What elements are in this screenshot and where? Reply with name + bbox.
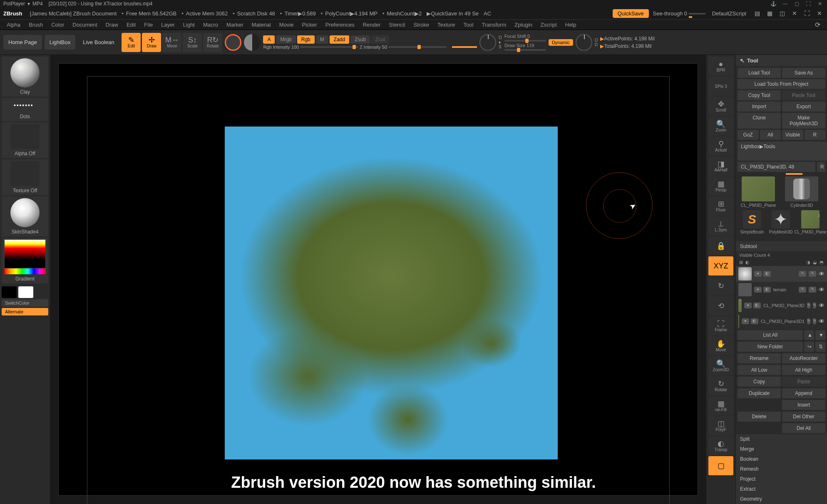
menu-file[interactable]: File xyxy=(141,20,156,29)
rail-l.sym[interactable]: ⊥L.Sym xyxy=(708,216,733,236)
save-as-button[interactable]: Save As xyxy=(782,68,825,78)
focal-shift-label[interactable]: Focal Shift 0 xyxy=(504,34,546,39)
menu-alpha[interactable]: Alpha xyxy=(3,20,24,29)
subtool-a-icon[interactable]: ◒ xyxy=(813,260,817,265)
rail-btn-9[interactable]: 🔒 xyxy=(708,236,733,256)
subtool-b-icon[interactable]: ◓ xyxy=(820,260,824,265)
all-low-button[interactable]: All Low xyxy=(738,365,781,375)
rotate-tool-button[interactable]: R↻Rotate xyxy=(203,33,222,52)
tool-thumb-cl_pm3d_plane[interactable]: CL_PM3D_Plane3 xyxy=(796,210,825,239)
menu-preferences[interactable]: Preferences xyxy=(322,20,358,29)
quicksave-button[interactable]: QuickSave xyxy=(613,9,649,18)
menu-color[interactable]: Color xyxy=(48,20,67,29)
menu-brush[interactable]: Brush xyxy=(25,20,46,29)
menu-stencil[interactable]: Stencil xyxy=(385,20,408,29)
zcut-chip[interactable]: Zcut xyxy=(371,35,389,44)
menu-edit[interactable]: Edit xyxy=(123,20,139,29)
rail-persp[interactable]: ▦Persp xyxy=(708,176,733,196)
rail-btn-12[interactable]: ⟲ xyxy=(708,296,733,315)
subtool-nav-icon[interactable]: ⊞ xyxy=(739,260,743,265)
merge-section[interactable]: Merge xyxy=(736,444,827,454)
drawsize-slider[interactable] xyxy=(504,49,546,51)
goz-button[interactable]: GoZ xyxy=(738,130,759,140)
zsub-chip[interactable]: Zsub xyxy=(350,35,370,44)
subtool-row-0[interactable]: ●◐ ✎✎👁 xyxy=(736,266,827,282)
alternate-button[interactable]: Alternate xyxy=(2,308,48,315)
m-chip[interactable]: M xyxy=(316,35,328,44)
boolean-section[interactable]: Boolean xyxy=(736,454,827,464)
copy-button[interactable]: Copy xyxy=(738,377,781,387)
subtool-row-2[interactable]: ●◐ CL_PM3D_Plane3D ✎✎👁 xyxy=(736,298,827,313)
all-button[interactable]: All xyxy=(760,130,781,140)
subtool-row-1[interactable]: ●◐ terrain ✎✎👁 xyxy=(736,282,827,298)
menu-stroke[interactable]: Stroke xyxy=(410,20,432,29)
split-section[interactable]: Split xyxy=(736,434,827,444)
gizmo-toggle[interactable] xyxy=(225,34,241,51)
visible-button[interactable]: Visible xyxy=(782,130,803,140)
paste-tool-button[interactable]: Paste Tool xyxy=(782,90,825,100)
sort-icon[interactable]: ⇅ xyxy=(815,342,825,352)
del-all-button[interactable]: Del All xyxy=(782,423,825,433)
brush-preview[interactable]: Clay xyxy=(2,57,48,97)
draw-tool-button[interactable]: ✢Draw xyxy=(142,33,161,52)
dynamic-button[interactable]: Dynamic xyxy=(549,39,573,46)
rail-rotate[interactable]: ↻Rotate xyxy=(708,376,733,395)
swatch-white[interactable] xyxy=(18,286,33,298)
menu-movie[interactable]: Movie xyxy=(276,20,297,29)
rail-zoom[interactable]: 🔍Zoom xyxy=(708,117,733,136)
rail-transp[interactable]: ◐Transp xyxy=(708,436,733,455)
menu-icon[interactable]: ▤ xyxy=(753,9,761,17)
rgb-intensity-label[interactable]: Rgb Intensity 100 xyxy=(263,45,299,50)
rail-aahalf[interactable]: ◨AAHalf xyxy=(708,156,733,176)
move-tool-button[interactable]: M↔Move xyxy=(162,33,181,52)
subtool-circle-icon[interactable]: ◐ xyxy=(745,260,750,265)
copy-tool-button[interactable]: Copy Tool xyxy=(738,90,781,100)
rename-button[interactable]: Rename xyxy=(738,353,781,363)
rail-spix 3[interactable]: SPix 3 xyxy=(708,77,733,96)
rail-btn-20[interactable]: ▢ xyxy=(708,456,733,475)
stats-dial[interactable] xyxy=(576,34,592,51)
alpha-preview[interactable]: Alpha Off xyxy=(2,122,48,158)
menu-material[interactable]: Material xyxy=(248,20,274,29)
del-other-button[interactable]: Del Other xyxy=(782,412,825,422)
up-arrow-icon[interactable]: ▲ xyxy=(804,330,814,340)
menu-texture[interactable]: Texture xyxy=(434,20,459,29)
menu-transform[interactable]: Transform xyxy=(478,20,509,29)
r-button[interactable]: R xyxy=(805,130,826,140)
paste-button[interactable]: Paste xyxy=(782,377,825,387)
listall-button[interactable]: List All xyxy=(738,330,803,340)
rail-btn-11[interactable]: ↻ xyxy=(708,276,733,295)
rail-ne-fill[interactable]: ▦ne-Fill xyxy=(708,396,733,415)
viewport[interactable]: ➤ xyxy=(87,76,670,504)
export-button[interactable]: Export xyxy=(782,102,825,112)
live-boolean-button[interactable]: Live Boolean xyxy=(78,35,119,50)
all-high-button[interactable]: All High xyxy=(782,365,825,375)
rgb-chip[interactable]: Rgb xyxy=(297,35,315,44)
mrgb-chip[interactable]: Mrgb xyxy=(276,35,296,44)
rail-bpr[interactable]: ●BPR xyxy=(708,57,733,76)
a-chip[interactable]: A xyxy=(263,35,275,44)
tool-panel-header[interactable]: ↖Tool xyxy=(736,55,827,66)
window-maximize-icon[interactable]: ▢ xyxy=(793,1,800,7)
insert-button[interactable]: Insert xyxy=(782,400,825,410)
subtool-opt-icon[interactable]: ◑ xyxy=(806,260,810,265)
z-intensity-slider[interactable] xyxy=(388,46,447,48)
scale-tool-button[interactable]: S↕Scale xyxy=(183,33,202,52)
menu-draw[interactable]: Draw xyxy=(102,20,122,29)
subtool-header[interactable]: Subtool xyxy=(736,241,827,251)
append-button[interactable]: Append xyxy=(782,388,825,398)
rail-scroll[interactable]: ✥Scroll xyxy=(708,97,733,116)
extra-slider[interactable] xyxy=(452,46,477,48)
swatch-black[interactable] xyxy=(2,286,17,298)
stroke-preview[interactable]: Dots xyxy=(2,98,48,121)
menu-light[interactable]: Light xyxy=(180,20,198,29)
menu-picker[interactable]: Picker xyxy=(299,20,320,29)
rail-actual[interactable]: ⚲Actual xyxy=(708,137,733,156)
menu-document[interactable]: Document xyxy=(69,20,100,29)
default-script-button[interactable]: DefaultZScript xyxy=(712,10,746,17)
subtool-row-3[interactable]: ●◐ CL_PM3D_Plane3D1 ✎✎👁 xyxy=(736,313,827,329)
focal-dial[interactable] xyxy=(479,34,496,51)
current-tool[interactable]: CL_PM3D_Plane3D. 48 xyxy=(738,162,815,172)
load-tools-from-project-button[interactable]: Load Tools From Project xyxy=(738,79,825,89)
panel-close-icon[interactable]: ✕ xyxy=(815,9,824,17)
